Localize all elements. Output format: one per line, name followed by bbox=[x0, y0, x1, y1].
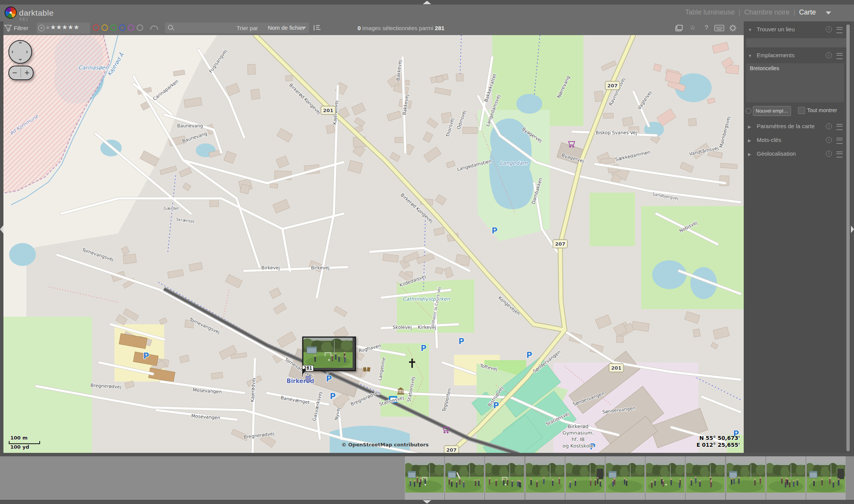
filmstrip-thumbnail[interactable] bbox=[445, 456, 484, 500]
shortcuts-keyboard-icon[interactable] bbox=[714, 25, 724, 31]
pan-up-icon[interactable]: ⌃ bbox=[18, 41, 23, 48]
right-panel-expander-icon[interactable] bbox=[851, 225, 854, 233]
top-panel-expander-icon[interactable] bbox=[423, 1, 431, 4]
filmstrip-thumbnail[interactable] bbox=[766, 456, 806, 500]
filmstrip-thumbnail[interactable] bbox=[606, 456, 645, 500]
filmstrip-thumbnail[interactable] bbox=[726, 456, 765, 500]
presets-menu-icon[interactable] bbox=[836, 151, 843, 158]
help-icon[interactable]: ? bbox=[702, 24, 711, 32]
view-tab-table-lumineuse[interactable]: Table lumineuse bbox=[685, 8, 735, 16]
zoom-in-icon[interactable]: + bbox=[24, 68, 29, 78]
settings-gear-icon[interactable] bbox=[729, 24, 737, 32]
filmstrip-thumbnail[interactable] bbox=[485, 456, 524, 500]
color-label-icon[interactable] bbox=[102, 24, 108, 31]
section-map-settings[interactable]: ▶Paramètres de la carte i bbox=[744, 121, 851, 131]
zoom-out-icon[interactable]: − bbox=[12, 68, 17, 78]
star-icon[interactable]: ★ bbox=[68, 24, 73, 31]
photo-location-marker[interactable]: 281 bbox=[302, 337, 356, 371]
color-arc-icon[interactable] bbox=[150, 26, 158, 30]
filter-funnel-icon[interactable] bbox=[4, 24, 12, 32]
parking-icon: P bbox=[330, 392, 335, 401]
star-icon[interactable]: ★ bbox=[56, 24, 62, 31]
view-dropdown-icon[interactable] bbox=[826, 11, 831, 14]
show-all-checkbox[interactable] bbox=[798, 107, 805, 114]
location-item[interactable]: Bretoncelles bbox=[746, 63, 844, 73]
view-switcher: Table lumineuse|Chambre noire|Carte bbox=[681, 8, 820, 16]
pan-left-icon[interactable]: ‹ bbox=[11, 48, 13, 55]
presets-menu-icon[interactable] bbox=[836, 53, 843, 59]
app-version: 4.8.1 bbox=[19, 17, 28, 21]
reject-rating-icon[interactable]: × bbox=[38, 25, 45, 31]
filmstrip-thumbnail[interactable] bbox=[525, 456, 565, 500]
info-icon[interactable]: i bbox=[826, 52, 832, 58]
pan-down-icon[interactable]: ⌃ bbox=[18, 55, 23, 61]
presets-menu-icon[interactable] bbox=[836, 124, 843, 130]
search-input[interactable] bbox=[165, 23, 277, 33]
map-scale-bar: 100 m 100 yd bbox=[8, 435, 40, 450]
star-icon[interactable]: ★ bbox=[50, 24, 56, 31]
presets-menu-icon[interactable] bbox=[836, 138, 843, 144]
color-label-icon[interactable] bbox=[128, 24, 134, 31]
range-star-icon[interactable]: ★ bbox=[45, 24, 50, 31]
section-geotagging[interactable]: ▶Géolocalisation i bbox=[744, 149, 851, 159]
map-label: Baunevang bbox=[177, 123, 203, 129]
filmstrip-thumbnail[interactable] bbox=[405, 456, 444, 500]
map-pan-control[interactable]: ⌃ ⌃ ‹ › bbox=[8, 40, 32, 64]
view-tab-carte[interactable]: Carte bbox=[799, 8, 816, 16]
info-icon[interactable]: i bbox=[826, 151, 832, 157]
rating-filter[interactable]: ×★★★★★★ bbox=[37, 23, 90, 34]
parking-icon: P bbox=[143, 351, 149, 361]
parking-icon: P bbox=[421, 344, 426, 353]
openstreetmap-canvas[interactable]: PPPPPPPPPP CarinasøenKajerød Åød Kommune… bbox=[3, 35, 744, 453]
sort-select[interactable]: Nom de fichier bbox=[263, 23, 309, 33]
info-icon[interactable]: i bbox=[826, 137, 832, 143]
map-view[interactable]: PPPPPPPPPP CarinasøenKajerød Åød Kommune… bbox=[3, 35, 744, 453]
pan-right-icon[interactable]: › bbox=[26, 48, 28, 55]
location-shape-icon[interactable] bbox=[746, 108, 751, 114]
filmstrip-thumbnail[interactable] bbox=[806, 456, 846, 500]
route-badge: 207 bbox=[607, 83, 617, 89]
star-rating[interactable]: ★★★★★ bbox=[50, 24, 79, 31]
view-separator: | bbox=[739, 8, 741, 16]
info-icon[interactable]: i bbox=[826, 26, 832, 32]
color-label-icon[interactable] bbox=[137, 24, 143, 31]
marker-location-dot bbox=[306, 376, 311, 382]
darktable-window: darktable 4.8.1 Table lumineuse|Chambre … bbox=[0, 0, 854, 504]
section-find-location[interactable]: ▼Trouver un lieu i bbox=[744, 24, 851, 34]
star-icon[interactable]: ☆ bbox=[688, 24, 697, 32]
selection-status: 0 images sélectionnées parmi 281 bbox=[358, 25, 445, 31]
filmstrip-thumbnail[interactable] bbox=[686, 456, 725, 500]
new-location-button[interactable]: Nouvel empl… bbox=[753, 106, 791, 116]
filmstrip-thumbnail[interactable] bbox=[646, 456, 685, 500]
view-tab-chambre-noire[interactable]: Chambre noire bbox=[744, 8, 790, 16]
sidebar-scrollbar[interactable] bbox=[846, 24, 850, 451]
filmstrip[interactable] bbox=[0, 456, 854, 500]
parking-icon: P bbox=[326, 374, 332, 383]
map-label-gymnasium: hf, IB bbox=[572, 436, 585, 442]
filmstrip-thumbnail[interactable] bbox=[566, 456, 605, 500]
map-zoom-control[interactable]: − + bbox=[8, 66, 34, 80]
sort-label: Trier par bbox=[237, 25, 258, 31]
toolbar: Filtrer ×★★★★★★ Trier par Nom de fichier… bbox=[0, 21, 744, 35]
right-edge-strip bbox=[851, 21, 854, 453]
location-search-input[interactable] bbox=[746, 38, 849, 47]
panels-icon[interactable] bbox=[675, 24, 683, 32]
color-label-icon[interactable] bbox=[93, 24, 99, 31]
bottom-panel-expander-icon[interactable] bbox=[423, 500, 431, 504]
right-panel: ▼Trouver un lieu i ▼Emplacements i Breto… bbox=[744, 21, 851, 453]
color-label-icon[interactable] bbox=[119, 24, 126, 31]
color-label-icon[interactable] bbox=[110, 24, 117, 31]
locations-list[interactable]: Bretoncelles bbox=[746, 63, 844, 102]
left-panel-expander-icon[interactable] bbox=[0, 225, 3, 233]
filter-label[interactable]: Filtrer bbox=[14, 25, 28, 31]
star-icon[interactable]: ★ bbox=[62, 24, 68, 31]
section-tags[interactable]: ▶Mots-clés i bbox=[744, 135, 851, 145]
sort-order-icon[interactable] bbox=[314, 25, 321, 31]
show-all-label: Tout montrer bbox=[807, 107, 837, 113]
presets-menu-icon[interactable] bbox=[836, 27, 843, 33]
map-attribution: © OpenStreetMap contributors bbox=[342, 442, 429, 448]
info-icon[interactable]: i bbox=[826, 123, 832, 129]
map-label: Gærdet bbox=[164, 206, 179, 211]
star-icon[interactable]: ★ bbox=[74, 24, 79, 31]
section-locations[interactable]: ▼Emplacements i bbox=[744, 50, 851, 60]
